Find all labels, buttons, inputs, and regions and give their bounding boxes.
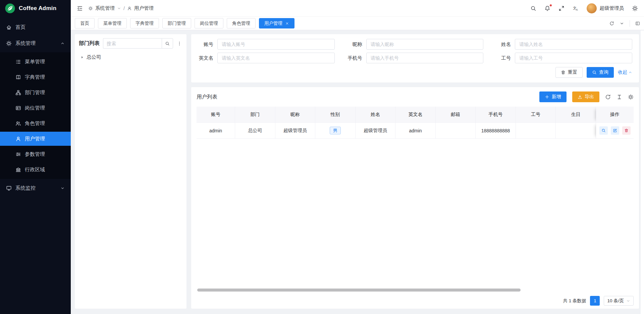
tab-post-mgmt[interactable]: 岗位管理: [195, 18, 223, 28]
nickname-label: 昵称: [345, 41, 366, 48]
department-search-input[interactable]: [103, 38, 162, 49]
trash-icon: [561, 70, 566, 75]
view-row-button[interactable]: [599, 126, 608, 135]
tab-label: 用户管理: [264, 20, 282, 26]
reset-button[interactable]: 重置: [555, 67, 583, 78]
work-id-input[interactable]: [515, 53, 632, 63]
add-user-button[interactable]: 新增: [539, 91, 567, 102]
tab-label: 首页: [80, 20, 89, 26]
column-settings-button[interactable]: [628, 94, 634, 100]
col-gender: 性别: [315, 107, 356, 123]
sidebar-item-post-mgmt[interactable]: 岗位管理: [0, 101, 71, 115]
department-search-button[interactable]: [162, 38, 173, 49]
name-input[interactable]: [515, 39, 632, 50]
cell-phone: 18888888888: [476, 123, 516, 139]
language-switch-button[interactable]: [573, 5, 579, 11]
page-content: 部门列表 总公司: [71, 30, 644, 314]
search-icon: [165, 41, 170, 46]
layout-icon: [635, 21, 640, 26]
sidebar-item-dept-mgmt[interactable]: 部门管理: [0, 85, 71, 100]
table-header-row: 账号 部门 昵称 性别 姓名 英文名 邮箱 手机号 工号 生日: [197, 107, 634, 123]
page-1-button[interactable]: 1: [590, 296, 600, 306]
notifications-button[interactable]: [544, 5, 550, 11]
export-button[interactable]: 导出: [572, 91, 599, 102]
sidebar-item-home[interactable]: 首页: [0, 20, 71, 34]
table-density-button[interactable]: [616, 94, 622, 100]
tab-user-mgmt[interactable]: 用户管理: [259, 18, 294, 28]
field-nickname: 昵称: [345, 39, 484, 50]
tab-refresh-button[interactable]: [609, 21, 614, 26]
tab-home[interactable]: 首页: [75, 18, 95, 28]
filter-grid: 账号 昵称 姓名 英文名: [196, 39, 632, 63]
monitor-icon: [6, 185, 12, 191]
sidebar-item-label: 系统监控: [15, 185, 36, 191]
col-en-name: 英文名: [395, 107, 436, 123]
sidebar-item-region-mgmt[interactable]: 行政区域: [0, 163, 71, 177]
col-phone: 手机号: [476, 107, 516, 123]
tree-node-root[interactable]: 总公司: [79, 53, 182, 61]
content-fullscreen-button[interactable]: [635, 21, 640, 26]
collapse-filters-link[interactable]: 收起: [618, 69, 632, 75]
tab-dept-mgmt[interactable]: 部门管理: [162, 18, 191, 28]
phone-input[interactable]: [366, 53, 484, 63]
params-icon: [15, 151, 21, 157]
department-more-button[interactable]: [176, 41, 182, 47]
caret-right-icon[interactable]: [80, 55, 84, 59]
sidebar-item-system-mgmt[interactable]: 系统管理: [0, 36, 71, 50]
account-input[interactable]: [217, 39, 335, 50]
close-icon[interactable]: [285, 21, 289, 25]
menu-list-icon: [15, 59, 21, 65]
user-table: 账号 部门 昵称 性别 姓名 英文名 邮箱 手机号 工号 生日: [197, 107, 634, 139]
table-refresh-button[interactable]: [605, 94, 611, 100]
page-size-select[interactable]: 10 条/页: [604, 296, 634, 306]
sidebar-item-label: 行政区域: [25, 167, 45, 173]
sidebar-item-user-mgmt[interactable]: 用户管理: [0, 132, 71, 146]
tab-label: 角色管理: [232, 20, 250, 26]
dots-vertical-icon: [177, 41, 182, 46]
sidebar-item-system-monitor[interactable]: 系统监控: [0, 181, 71, 195]
page-size-value: 10 条/页: [607, 298, 624, 304]
tab-actions-dropdown[interactable]: [620, 21, 624, 26]
fullscreen-button[interactable]: [558, 5, 565, 11]
settings-button[interactable]: [632, 5, 638, 11]
query-button[interactable]: 查询: [587, 67, 614, 78]
user-table-wrap: 账号 部门 昵称 性别 姓名 英文名 邮箱 手机号 工号 生日: [197, 107, 634, 293]
global-search-button[interactable]: [530, 5, 536, 11]
user-menu[interactable]: 超级管理员: [587, 3, 624, 13]
sidebar-item-dict-mgmt[interactable]: 字典管理: [0, 70, 71, 84]
tree-node-label: 总公司: [87, 54, 101, 60]
tab-menu-mgmt[interactable]: 菜单管理: [98, 18, 127, 28]
gear-icon: [632, 5, 638, 11]
tab-label: 部门管理: [168, 20, 186, 26]
col-email: 邮箱: [436, 107, 476, 123]
field-account: 账号: [196, 39, 335, 50]
cell-account: admin: [197, 123, 235, 139]
nickname-input[interactable]: [366, 39, 484, 50]
tab-role-mgmt[interactable]: 角色管理: [227, 18, 256, 28]
add-button-label: 新增: [552, 94, 561, 100]
dictionary-icon: [15, 74, 21, 80]
username: 超级管理员: [600, 5, 624, 11]
home-icon: [6, 24, 12, 30]
delete-row-button[interactable]: [622, 126, 631, 135]
tab-dict-mgmt[interactable]: 字典管理: [130, 18, 159, 28]
breadcrumb-item-page[interactable]: 用户管理: [134, 5, 154, 11]
filter-card: 账号 昵称 姓名 英文名: [191, 34, 639, 82]
sidebar-item-params-mgmt[interactable]: 参数管理: [0, 147, 71, 161]
edit-row-button[interactable]: [611, 126, 619, 135]
app-logo[interactable]: Coffee Admin: [0, 0, 71, 16]
coffee-leaf-logo-icon: [5, 3, 15, 13]
roles-icon: [15, 121, 21, 126]
menu-fold-icon: [77, 5, 83, 11]
sidebar-item-menu-mgmt[interactable]: 菜单管理: [0, 55, 71, 69]
sidebar-fold-button[interactable]: [77, 5, 83, 11]
horizontal-scrollbar[interactable]: [197, 289, 521, 292]
sidebar-item-label: 部门管理: [25, 89, 45, 96]
edit-icon: [613, 128, 617, 133]
field-name: 姓名: [493, 39, 632, 50]
en-name-input[interactable]: [217, 53, 335, 63]
field-work-id: 工号: [493, 53, 632, 63]
sidebar-item-label: 角色管理: [25, 120, 45, 127]
sidebar-item-role-mgmt[interactable]: 角色管理: [0, 116, 71, 130]
breadcrumb-item-system[interactable]: 系统管理: [95, 5, 115, 11]
